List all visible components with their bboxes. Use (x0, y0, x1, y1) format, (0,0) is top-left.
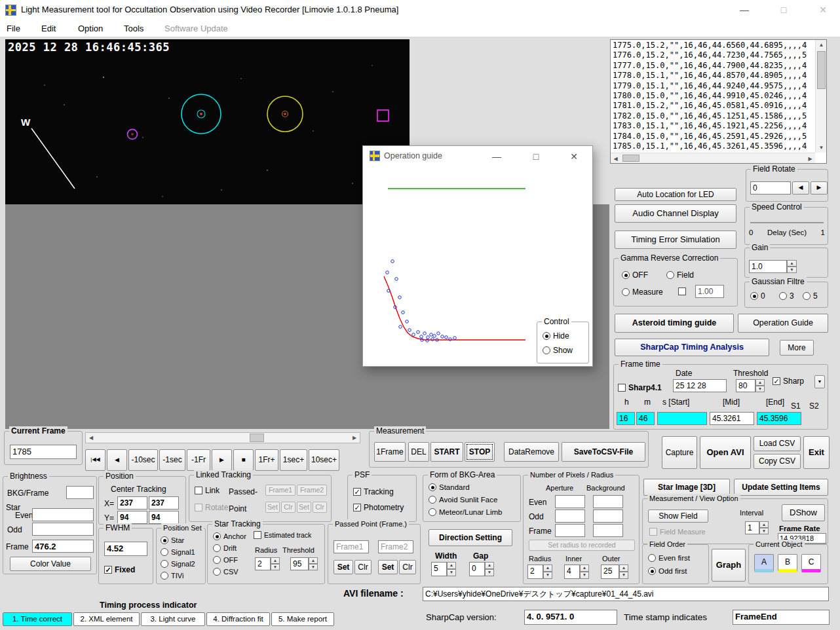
odd-first-radio[interactable]: Odd first (648, 567, 687, 575)
y1-value[interactable]: 94 (117, 511, 147, 524)
del-button[interactable]: DEL (408, 442, 429, 462)
date-input[interactable]: 25 12 28 (673, 379, 727, 392)
play-button[interactable]: ▶ (212, 449, 232, 471)
passed-clr2-button[interactable]: Clr (399, 560, 416, 574)
csv-log-listbox[interactable]: 1775.0,15.2,"",16,46,44.6560,44.6895,,,,… (610, 39, 827, 164)
even-first-radio[interactable]: Even first (648, 554, 690, 562)
interval-spinner[interactable]: ▲▼ (759, 521, 769, 534)
update-setting-items-button[interactable]: Update Setting Items (734, 479, 828, 496)
linked-set2-button[interactable]: Set (297, 502, 311, 513)
anchor-radio[interactable]: Anchor (213, 532, 246, 540)
step-time-correct[interactable]: 1. Time correct (3, 612, 72, 626)
object-a-button[interactable]: A (754, 554, 774, 572)
menu-software-update[interactable]: Software Update (164, 24, 228, 33)
passed-frame1-input[interactable]: Frame1 (334, 540, 369, 553)
link-checkbox[interactable]: Link (195, 486, 220, 495)
gain-input[interactable]: 1.0 (749, 260, 787, 273)
bkg-frame-value[interactable] (66, 486, 94, 499)
menu-tools[interactable]: Tools (124, 24, 143, 33)
drift-radio[interactable]: Drift (213, 544, 237, 552)
open-avi-button[interactable]: Open AVI (700, 436, 751, 469)
set-radius-recorded-button[interactable]: Set radius to recorded (529, 540, 635, 551)
sharpcap-timing-analysis-button[interactable]: SharpCap Timing Analysis (615, 339, 769, 356)
gap-spinner[interactable]: ▲▼ (485, 562, 494, 576)
scroll-right-arrow[interactable]: ▶ (805, 154, 815, 163)
stop-playback-button[interactable]: ■ (233, 449, 254, 471)
hour-value[interactable]: 16 (617, 412, 635, 425)
scroll-up-arrow[interactable]: ▲ (816, 40, 826, 50)
speed-slider[interactable] (750, 222, 824, 223)
current-frame-value[interactable]: 1785 (10, 445, 77, 459)
meteor-limb-radio[interactable]: Meteor/Lunar Limb (429, 508, 503, 516)
guide-close-button[interactable]: ✕ (561, 146, 587, 166)
operation-guide-window[interactable]: Operation guide — □ ✕ Control Hide Show (362, 145, 593, 367)
csv-radio[interactable]: CSV (213, 568, 239, 576)
timing-error-simulation-button[interactable]: Timing Error Simulation (615, 231, 736, 249)
avoid-sunlit-radio[interactable]: Avoid Sunlit Face (429, 496, 497, 504)
guide-maximize-button[interactable]: □ (523, 146, 549, 166)
rotate-right-button[interactable]: ▶ (811, 181, 828, 195)
maximize-button[interactable]: □ (768, 0, 799, 20)
gaussian-3-radio[interactable]: 3 (779, 291, 794, 301)
plus-10sec-button[interactable]: 10sec+ (309, 449, 339, 471)
step-xml-element[interactable]: 2. XML element (73, 612, 140, 626)
plus-1sec-button[interactable]: 1sec+ (280, 449, 307, 471)
scroll-left-arrow[interactable]: ◀ (611, 154, 620, 163)
fwhm-fixed-checkbox[interactable]: Fixed (104, 565, 135, 574)
minute-value[interactable]: 46 (636, 412, 655, 425)
close-button[interactable]: ✕ (807, 0, 839, 20)
show-radio[interactable]: Show (543, 346, 573, 355)
tracking-radius-input[interactable]: 2 (255, 557, 271, 570)
gamma-measure-radio[interactable]: Measure (622, 287, 663, 297)
gamma-value-input[interactable]: 1.00 (695, 285, 724, 298)
save-to-csv-button[interactable]: SaveToCSV-File (562, 442, 645, 462)
gap-input[interactable]: 0 (469, 562, 485, 576)
guide-minimize-button[interactable]: — (484, 146, 510, 166)
auto-location-led-button[interactable]: Auto Location for LED (615, 188, 736, 201)
gain-spinner[interactable]: ▲▼ (787, 260, 797, 273)
load-csv-button[interactable]: Load CSV (754, 436, 801, 451)
menu-edit[interactable]: Edit (41, 24, 56, 33)
passed-set1-button[interactable]: Set (334, 560, 353, 574)
object-b-button[interactable]: B (778, 554, 797, 572)
radius-value[interactable]: 2 (527, 565, 543, 579)
width-spinner[interactable]: ▲▼ (447, 562, 456, 576)
frame-scroll-right[interactable]: ▶ (349, 433, 360, 443)
frame-aperture-value[interactable] (555, 524, 585, 537)
width-input[interactable]: 5 (431, 562, 447, 576)
passed-frame2-input[interactable]: Frame2 (378, 540, 413, 553)
exit-button[interactable]: Exit (803, 436, 830, 469)
rotate-checkbox[interactable]: Rotate (195, 503, 228, 512)
passed-set2-button[interactable]: Set (378, 560, 398, 574)
star-odd-value[interactable] (32, 523, 94, 536)
timestamp-indicates-value[interactable]: FrameEnd (733, 610, 830, 625)
hide-radio[interactable]: Hide (543, 331, 569, 341)
sharp-checkbox[interactable]: Sharp (773, 377, 804, 386)
frame-background-value[interactable] (593, 524, 623, 537)
posset-tivi-radio[interactable]: TIVi (161, 572, 183, 580)
posset-star-radio[interactable]: Star (161, 536, 184, 544)
linked-clr2-button[interactable]: Clr (313, 502, 327, 513)
frame-scrollbar[interactable]: ◀ ▶ (85, 432, 360, 443)
more-button[interactable]: More (780, 340, 814, 356)
gamma-field-radio[interactable]: Field (666, 270, 694, 280)
frame-scroll-thumb[interactable] (250, 434, 264, 442)
copy-csv-button[interactable]: Copy CSV (754, 454, 801, 469)
off-radio[interactable]: OFF (213, 556, 238, 564)
step-make-report[interactable]: 5. Make report (271, 612, 334, 626)
minus-1frame-button[interactable]: -1Fr (187, 449, 210, 471)
second-value[interactable] (657, 412, 707, 425)
play-reverse-button[interactable]: ◀ (107, 449, 127, 471)
odd-aperture-value[interactable] (555, 510, 585, 523)
step-diffraction-fit[interactable]: 4. Diffraction fit (206, 612, 270, 626)
minus-1sec-button[interactable]: -1sec (159, 449, 185, 471)
inner-value[interactable]: 4 (564, 565, 580, 579)
hscroll-thumb[interactable] (622, 155, 640, 162)
tracking-radius-spinner[interactable]: ▲▼ (271, 557, 280, 570)
scroll-down-arrow[interactable]: ▼ (816, 143, 826, 153)
y2-value[interactable]: 94 (149, 511, 179, 524)
mid-time-value[interactable]: 45.3261 (710, 412, 754, 425)
inner-spinner[interactable]: ▲▼ (580, 565, 589, 579)
field-rotate-input[interactable]: 0 (750, 181, 791, 195)
show-field-button[interactable]: Show Field (648, 510, 708, 523)
